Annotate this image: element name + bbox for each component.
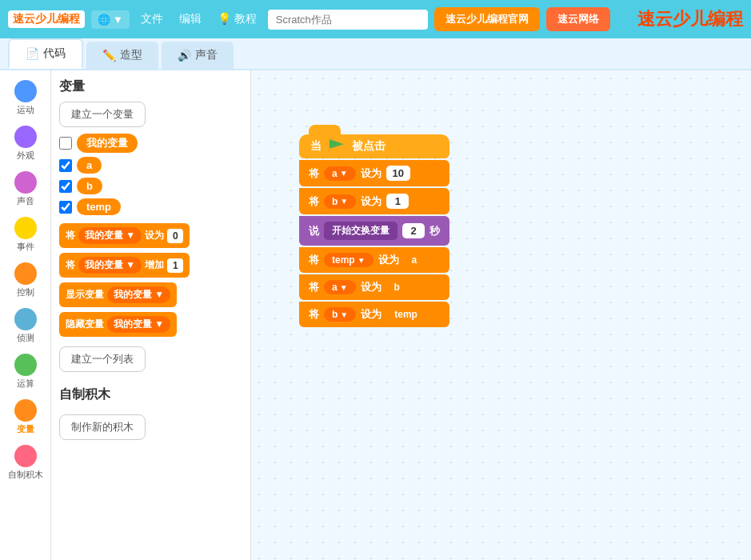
tabs-row: 📄 代码 ✏️ 造型 🔊 声音 bbox=[0, 38, 751, 70]
show-var-label: 显示变量 bbox=[66, 288, 104, 302]
increase-label: 增加 bbox=[145, 258, 164, 272]
cta2-button[interactable]: 速云网络 bbox=[546, 7, 610, 31]
var-checkbox-myvar[interactable] bbox=[59, 137, 72, 150]
var-item-b: b bbox=[59, 178, 242, 194]
cb-var-temp[interactable]: temp ▼ bbox=[324, 253, 374, 267]
tab-sound-label: 声音 bbox=[195, 48, 218, 62]
logo-text: 速云少儿编程 bbox=[8, 10, 85, 28]
cat-looks[interactable]: 外观 bbox=[2, 122, 49, 165]
canvas[interactable]: 当 被点击 将 a ▼ 设为 10 将 b ▼ 设为 1 说 bbox=[251, 70, 751, 560]
cat-custom-label: 自制积木 bbox=[8, 469, 43, 481]
panel-title: 变量 bbox=[59, 78, 242, 95]
cb-var-b2[interactable]: b ▼ bbox=[324, 307, 356, 322]
flag-icon bbox=[330, 139, 344, 154]
create-var-button[interactable]: 建立一个变量 bbox=[59, 102, 146, 127]
cb-val-b[interactable]: b bbox=[386, 280, 408, 294]
cb-var-b[interactable]: b ▼ bbox=[324, 194, 356, 209]
cat-variables-label: 变量 bbox=[17, 423, 34, 435]
file-button[interactable]: 文件 bbox=[136, 9, 168, 30]
block-change-var-body[interactable]: 将 我的变量 ▼ 增加 1 bbox=[59, 253, 190, 278]
tab-costume-label: 造型 bbox=[120, 48, 142, 62]
cat-motion[interactable]: 运动 bbox=[2, 77, 49, 119]
canvas-block-set-a[interactable]: 将 a ▼ 设为 10 bbox=[299, 160, 449, 186]
block-set-var-body[interactable]: 将 我的变量 ▼ 设为 0 bbox=[59, 223, 190, 248]
cb-set-b-to: 设为 bbox=[361, 194, 381, 209]
create-list-button[interactable]: 建立一个列表 bbox=[59, 346, 146, 372]
block-set-var: 将 我的变量 ▼ 设为 0 bbox=[59, 223, 242, 248]
hide-var-name[interactable]: 我的变量 ▼ bbox=[107, 316, 170, 333]
cat-events[interactable]: 事件 bbox=[2, 214, 49, 256]
cb-var-a[interactable]: a ▼ bbox=[324, 166, 356, 181]
cb-val-temp[interactable]: temp bbox=[386, 307, 425, 322]
block-stack: 当 被点击 将 a ▼ 设为 10 将 b ▼ 设为 1 说 bbox=[299, 134, 449, 329]
say-duration[interactable]: 2 bbox=[402, 223, 425, 238]
cat-operators[interactable]: 运算 bbox=[2, 350, 49, 393]
control-dot bbox=[14, 262, 37, 285]
looks-dot bbox=[14, 126, 37, 148]
tab-sound[interactable]: 🔊 声音 bbox=[162, 42, 234, 69]
cb-val-10[interactable]: 10 bbox=[386, 166, 410, 181]
cta1-button[interactable]: 速云少儿编程官网 bbox=[434, 7, 540, 31]
custom-blocks-title: 自制积木 bbox=[59, 386, 242, 403]
cat-events-label: 事件 bbox=[17, 241, 34, 253]
create-block-button[interactable]: 制作新的积木 bbox=[59, 414, 146, 440]
cb-set-b2-label: 将 bbox=[309, 307, 319, 322]
canvas-block-set-b[interactable]: 将 b ▼ 设为 1 bbox=[299, 188, 449, 214]
dropdown-arrow: ▼ bbox=[340, 169, 348, 178]
cat-variables[interactable]: 变量 bbox=[2, 396, 49, 438]
block-change-var: 将 我的变量 ▼ 增加 1 bbox=[59, 253, 242, 278]
block-show-var-body[interactable]: 显示变量 我的变量 ▼ bbox=[59, 282, 177, 307]
cb-var-a2[interactable]: a ▼ bbox=[324, 280, 356, 294]
b2-arrow: ▼ bbox=[340, 310, 348, 319]
cat-sensing[interactable]: 侦测 bbox=[2, 305, 49, 347]
canvas-block-set-a2[interactable]: 将 a ▼ 设为 b bbox=[299, 274, 449, 300]
var-checkbox-temp[interactable] bbox=[59, 201, 72, 214]
cat-motion-label: 运动 bbox=[17, 104, 34, 116]
hat-block[interactable]: 当 被点击 bbox=[299, 134, 449, 158]
operators-dot bbox=[14, 354, 37, 376]
code-icon: 📄 bbox=[26, 47, 39, 60]
say-label: 说 bbox=[309, 224, 319, 238]
cb-set-temp-to: 设为 bbox=[378, 253, 399, 267]
cat-operators-label: 运算 bbox=[17, 378, 34, 390]
say-message[interactable]: 开始交换变量 bbox=[324, 222, 397, 240]
set-to-label: 设为 bbox=[145, 229, 164, 242]
var-checkbox-b[interactable] bbox=[59, 180, 72, 193]
globe-button[interactable]: 🌐 ▼ bbox=[91, 10, 130, 29]
hat-block-label: 被点击 bbox=[352, 139, 385, 154]
tab-code[interactable]: 📄 代码 bbox=[8, 38, 83, 69]
cat-sound-label: 声音 bbox=[17, 195, 34, 207]
temp-arrow: ▼ bbox=[358, 256, 366, 265]
set-label: 将 bbox=[66, 229, 75, 242]
tab-costume[interactable]: ✏️ 造型 bbox=[86, 42, 158, 69]
tutorial-button[interactable]: 💡 教程 bbox=[213, 9, 262, 30]
canvas-block-set-b2[interactable]: 将 b ▼ 设为 temp bbox=[299, 302, 449, 327]
canvas-block-set-temp[interactable]: 将 temp ▼ 设为 a bbox=[299, 247, 449, 273]
brand-logo: 速云少儿编程 bbox=[637, 7, 743, 31]
cb-val-1[interactable]: 1 bbox=[386, 194, 409, 209]
set-var-name[interactable]: 我的变量 ▼ bbox=[78, 227, 142, 244]
cat-sound[interactable]: 声音 bbox=[2, 168, 49, 210]
change-var-name[interactable]: 我的变量 ▼ bbox=[78, 257, 142, 274]
search-input[interactable] bbox=[268, 10, 428, 30]
var-checkbox-a[interactable] bbox=[59, 159, 72, 172]
cat-sensing-label: 侦测 bbox=[17, 332, 34, 344]
change-var-value[interactable]: 1 bbox=[167, 258, 183, 273]
set-var-value[interactable]: 0 bbox=[167, 229, 183, 243]
canvas-block-say[interactable]: 说 开始交换变量 2 秒 bbox=[299, 216, 449, 246]
cat-custom[interactable]: 自制积木 bbox=[2, 442, 49, 484]
cat-control[interactable]: 控制 bbox=[2, 259, 49, 302]
logo: 速云少儿编程 bbox=[8, 10, 85, 28]
sound-dot bbox=[14, 171, 37, 194]
sound-icon: 🔊 bbox=[178, 49, 191, 62]
cb-val-a[interactable]: a bbox=[404, 253, 425, 267]
show-var-name[interactable]: 我的变量 ▼ bbox=[107, 286, 170, 303]
cat-control-label: 控制 bbox=[17, 286, 34, 298]
cb-set-temp-label: 将 bbox=[309, 253, 319, 267]
var-pill-a: a bbox=[77, 157, 102, 174]
cat-looks-label: 外观 bbox=[17, 150, 34, 162]
edit-button[interactable]: 编辑 bbox=[174, 9, 206, 30]
tab-code-label: 代码 bbox=[43, 46, 66, 61]
block-hide-var-body[interactable]: 隐藏变量 我的变量 ▼ bbox=[59, 312, 177, 337]
costume-icon: ✏️ bbox=[102, 49, 116, 62]
